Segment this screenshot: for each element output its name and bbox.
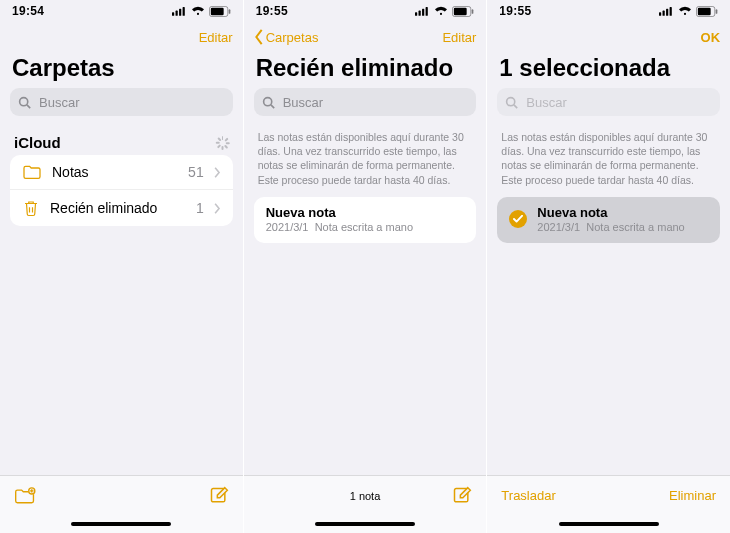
move-button[interactable]: Trasladar — [501, 488, 555, 503]
svg-rect-11 — [415, 12, 417, 16]
folder-list: Notas 51 Recién eliminado 1 — [10, 155, 233, 226]
status-icons — [659, 6, 718, 17]
folder-row-recently-deleted[interactable]: Recién eliminado 1 — [10, 190, 233, 226]
note-item[interactable]: Nueva nota 2021/3/1 Nota escrita a mano — [254, 197, 477, 243]
bottom-toolbar: 1 nota — [244, 475, 487, 515]
page-title: Carpetas — [0, 52, 243, 88]
folder-plus-icon — [14, 487, 36, 505]
svg-rect-5 — [211, 7, 224, 14]
nav-edit-button[interactable]: Editar — [442, 30, 476, 45]
battery-icon — [209, 6, 231, 17]
svg-rect-25 — [698, 7, 711, 14]
search-input — [524, 94, 712, 111]
status-time: 19:55 — [499, 4, 531, 18]
folder-label: Recién eliminado — [50, 200, 186, 216]
compose-icon — [452, 486, 472, 506]
toolbar-center-label: 1 nota — [308, 490, 423, 502]
svg-rect-2 — [179, 9, 181, 16]
status-time: 19:54 — [12, 4, 44, 18]
status-icons — [415, 6, 474, 17]
nav-bar: OK — [487, 22, 730, 52]
search-input[interactable] — [37, 94, 225, 111]
page-title: 1 seleccionada — [487, 52, 730, 88]
nav-done-button[interactable]: OK — [701, 30, 721, 45]
retention-info-text: Las notas están disponibles aquí durante… — [244, 124, 487, 197]
svg-rect-26 — [716, 9, 718, 14]
home-indicator — [244, 515, 487, 533]
svg-rect-12 — [419, 11, 421, 16]
wifi-icon — [678, 6, 692, 16]
page-title: Recién eliminado — [244, 52, 487, 88]
svg-rect-6 — [228, 9, 230, 14]
note-subtitle: 2021/3/1 Nota escrita a mano — [537, 221, 684, 233]
compose-icon — [209, 486, 229, 506]
search-icon — [18, 96, 31, 109]
chevron-left-icon — [254, 29, 264, 45]
status-bar: 19:55 — [487, 0, 730, 22]
nav-bar: Carpetas Editar — [244, 22, 487, 52]
trash-icon — [22, 199, 40, 217]
svg-rect-1 — [175, 11, 177, 16]
search-field[interactable] — [10, 88, 233, 116]
screen-folders: 19:54 Editar Carpetas iCloud N — [0, 0, 244, 533]
signal-icon — [415, 6, 430, 16]
retention-info-text: Las notas están disponibles aquí durante… — [487, 124, 730, 197]
new-folder-button[interactable] — [14, 487, 64, 505]
bottom-toolbar: Trasladar Eliminar — [487, 475, 730, 515]
home-indicator — [0, 515, 243, 533]
svg-rect-23 — [670, 7, 672, 16]
nav-edit-button[interactable]: Editar — [199, 30, 233, 45]
bottom-toolbar — [0, 475, 243, 515]
signal-icon — [659, 6, 674, 16]
folder-label: Notas — [52, 164, 178, 180]
status-bar: 19:55 — [244, 0, 487, 22]
section-title: iCloud — [14, 134, 61, 151]
battery-icon — [696, 6, 718, 17]
svg-rect-13 — [422, 9, 424, 16]
svg-point-7 — [20, 97, 28, 105]
nav-back-button[interactable]: Carpetas — [254, 29, 319, 45]
svg-rect-17 — [472, 9, 474, 14]
svg-rect-22 — [666, 9, 668, 16]
note-title: Nueva nota — [266, 205, 465, 220]
battery-icon — [452, 6, 474, 17]
folder-icon — [22, 164, 42, 180]
note-item-selected[interactable]: Nueva nota 2021/3/1 Nota escrita a mano — [497, 197, 720, 243]
folder-count: 51 — [188, 164, 204, 180]
chevron-right-icon — [214, 203, 221, 214]
svg-rect-0 — [172, 12, 174, 16]
nav-bar: Editar — [0, 22, 243, 52]
svg-rect-20 — [659, 12, 661, 16]
search-input[interactable] — [281, 94, 469, 111]
svg-rect-21 — [663, 11, 665, 16]
note-title: Nueva nota — [537, 205, 684, 220]
svg-rect-16 — [454, 7, 467, 14]
folder-row-notas[interactable]: Notas 51 — [10, 155, 233, 190]
signal-icon — [172, 6, 187, 16]
status-time: 19:55 — [256, 4, 288, 18]
search-icon — [505, 96, 518, 109]
svg-rect-14 — [426, 7, 428, 16]
status-icons — [172, 6, 231, 17]
delete-button[interactable]: Eliminar — [666, 488, 716, 503]
sync-spinner-icon — [215, 136, 229, 150]
svg-point-27 — [507, 97, 515, 105]
search-field — [497, 88, 720, 116]
screen-recently-deleted: 19:55 Carpetas Editar Recién eliminado L… — [244, 0, 488, 533]
note-subtitle: 2021/3/1 Nota escrita a mano — [266, 221, 465, 233]
home-indicator — [487, 515, 730, 533]
screen-selection-mode: 19:55 OK 1 seleccionada Las notas están … — [487, 0, 730, 533]
selection-check-icon[interactable] — [509, 210, 527, 228]
compose-button[interactable] — [422, 486, 472, 506]
status-bar: 19:54 — [0, 0, 243, 22]
section-header: iCloud — [0, 124, 243, 155]
folder-count: 1 — [196, 200, 204, 216]
compose-button[interactable] — [179, 486, 229, 506]
search-field[interactable] — [254, 88, 477, 116]
svg-rect-3 — [182, 7, 184, 16]
svg-point-18 — [263, 97, 271, 105]
chevron-right-icon — [214, 167, 221, 178]
wifi-icon — [434, 6, 448, 16]
nav-back-label: Carpetas — [266, 30, 319, 45]
wifi-icon — [191, 6, 205, 16]
